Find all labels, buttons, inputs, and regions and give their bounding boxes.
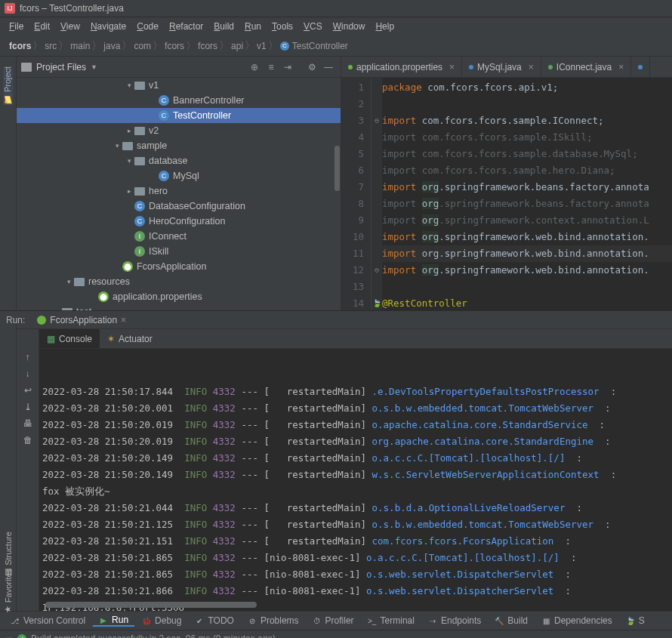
chevron-icon[interactable]: ▾ [113, 142, 121, 149]
tree-item-mysql[interactable]: CMySql [17, 168, 341, 183]
close-icon[interactable]: × [618, 62, 624, 72]
toolwindow-favorites-tab[interactable]: ★ Favorites [3, 569, 13, 613]
menu-window[interactable]: Window [328, 20, 370, 33]
menu-refactor[interactable]: Refactor [165, 20, 208, 33]
menu-tools[interactable]: Tools [267, 20, 297, 33]
toolwindow-profiler-tab[interactable]: ⏱Profiler [307, 615, 360, 626]
menu-code[interactable]: Code [132, 20, 163, 33]
close-icon[interactable]: × [529, 62, 534, 72]
main-area: 📁 Project Project Files ▼ ⊕ ≡ ⇥ ⚙ — ▾v1C… [0, 57, 672, 310]
class-icon: C [159, 171, 169, 181]
menu-navigate[interactable]: Navigate [86, 20, 131, 33]
wrap-button[interactable]: ↩ [24, 385, 32, 396]
status-bar-toggle[interactable]: ▭ [5, 633, 13, 638]
tree-item-v2[interactable]: ▸v2 [17, 123, 341, 138]
toolwindow-dependencies-tab[interactable]: ▦Dependencies [535, 615, 618, 626]
run-config-tab[interactable]: FcorsApplication × [31, 315, 132, 325]
locate-icon[interactable]: ⊕ [247, 60, 262, 75]
actuator-tab[interactable]: ✶Actuator [100, 329, 160, 348]
tree-item-heroconfiguration[interactable]: CHeroConfiguration [17, 214, 341, 229]
editor-body[interactable]: 1234567891011121314 ⊖ ⊖ 🍃 package com.fc… [341, 78, 672, 310]
folder-icon [134, 82, 145, 90]
scroll-end-button[interactable]: ⤓ [24, 402, 32, 412]
tree-item-v1[interactable]: ▾v1 [17, 78, 341, 93]
chevron-icon[interactable]: ▾ [125, 82, 133, 89]
toolwindow-debug-tab[interactable]: 🐞Debug [136, 615, 187, 626]
crumb-src[interactable]: src [42, 41, 60, 51]
clear-button[interactable]: 🗑 [23, 435, 32, 445]
crumb-api[interactable]: api [228, 41, 246, 51]
tree-item-bannercontroller[interactable]: CBannerController [17, 93, 341, 108]
close-icon[interactable]: × [121, 315, 126, 325]
tree-item-resources[interactable]: ▾resources [17, 274, 341, 289]
tree-item-label: sample [137, 140, 167, 151]
editor-tab-iconnect-java[interactable]: IConnect.java× [541, 57, 631, 77]
menu-help[interactable]: Help [371, 20, 399, 33]
editor-tab-more[interactable] [631, 57, 650, 77]
scrollbar-thumb[interactable] [334, 146, 340, 191]
crumb-fcors[interactable]: fcors [162, 41, 187, 51]
menu-view[interactable]: View [56, 20, 85, 33]
editor-panel: application.properties×MySql.java×IConne… [341, 57, 672, 310]
menu-file[interactable]: File [5, 20, 28, 33]
crumb-v1[interactable]: v1 [254, 41, 270, 51]
collapse-icon[interactable]: ⇥ [280, 60, 295, 75]
menu-edit[interactable]: Edit [29, 20, 54, 33]
toolwindow-build-tab[interactable]: 🔨Build [489, 615, 534, 626]
tree-item-databaseconfiguration[interactable]: CDatabaseConfiguration [17, 199, 341, 214]
tree-item-test[interactable]: ▸test [17, 304, 341, 310]
toolwindow-version-control-tab[interactable]: ⎇Version Control [5, 615, 91, 626]
toolwindow-icon: ▶ [99, 615, 108, 624]
close-icon[interactable]: × [449, 62, 455, 72]
crumb-main[interactable]: main [67, 41, 93, 51]
crumb-fcors[interactable]: fcors [6, 41, 34, 51]
chevron-icon[interactable]: ▸ [53, 308, 60, 310]
down-button[interactable]: ↓ [26, 368, 30, 379]
tree-item-fcorsapplication[interactable]: ⬤FcorsApplication [17, 259, 341, 274]
dropdown-icon[interactable]: ▼ [91, 63, 97, 71]
code-area[interactable]: package com.fcors.fcors.api.v1; import c… [382, 78, 672, 310]
toolwindow-terminal-tab[interactable]: >_Terminal [362, 615, 421, 626]
hide-icon[interactable]: — [321, 60, 336, 75]
scrollbar-thumb[interactable] [45, 602, 257, 608]
tree-item-application-properties[interactable]: ⬤application.properties [17, 289, 341, 304]
project-view-title[interactable]: Project Files [36, 62, 86, 72]
crumb-java[interactable]: java [100, 41, 123, 51]
menu-vcs[interactable]: VCS [299, 20, 327, 33]
chevron-icon[interactable]: ▸ [125, 187, 133, 195]
fold-gutter[interactable]: ⊖ ⊖ 🍃 [371, 78, 382, 310]
crumb-com[interactable]: com [131, 41, 154, 51]
gear-icon[interactable]: ⚙ [304, 60, 319, 75]
crumb-fcors[interactable]: fcors [195, 41, 220, 51]
toolwindow-run-tab[interactable]: ▶Run [93, 615, 134, 627]
chevron-icon[interactable]: ▸ [125, 127, 133, 134]
file-type-icon [638, 65, 643, 69]
toolwindow-label: Problems [260, 615, 299, 626]
tree-item-iconnect[interactable]: IIConnect [17, 229, 341, 244]
tree-item-testcontroller[interactable]: CTestController [17, 108, 341, 123]
tree-item-label: v2 [149, 125, 159, 136]
tree-item-iskill[interactable]: IISkill [17, 244, 341, 259]
console-output[interactable]: 2022-03-28 21:50:17.844 INFO 4332 --- [ … [39, 349, 672, 611]
chevron-icon[interactable]: ▾ [65, 278, 72, 285]
console-tab[interactable]: ▦Console [39, 329, 100, 348]
toolwindow-problems-tab[interactable]: ⊘Problems [242, 615, 305, 626]
expand-icon[interactable]: ≡ [264, 60, 279, 75]
menu-build[interactable]: Build [209, 20, 239, 33]
project-tree[interactable]: ▾v1CBannerControllerCTestController▸v2▾s… [17, 78, 341, 310]
toolwindow-project-tab[interactable]: 📁 Project [3, 66, 13, 105]
tree-item-database[interactable]: ▾database [17, 153, 341, 168]
class-icon: C [159, 95, 169, 106]
editor-tab-application-properties[interactable]: application.properties× [341, 57, 462, 77]
toolwindow-endpoints-tab[interactable]: ⇢Endpoints [422, 615, 487, 626]
chevron-icon[interactable]: ▾ [125, 157, 133, 165]
tree-item-hero[interactable]: ▸hero [17, 183, 341, 199]
tree-item-sample[interactable]: ▾sample [17, 138, 341, 153]
up-button[interactable]: ↑ [26, 352, 30, 362]
print-button[interactable]: 🖶 [23, 418, 32, 429]
editor-tab-mysql-java[interactable]: MySql.java× [462, 57, 541, 77]
crumb-TestController[interactable]: CTestController [277, 41, 351, 51]
toolwindow-todo-tab[interactable]: ✔TODO [189, 615, 239, 626]
menu-run[interactable]: Run [240, 20, 266, 33]
toolwindow-s-tab[interactable]: 🍃S [620, 615, 651, 626]
